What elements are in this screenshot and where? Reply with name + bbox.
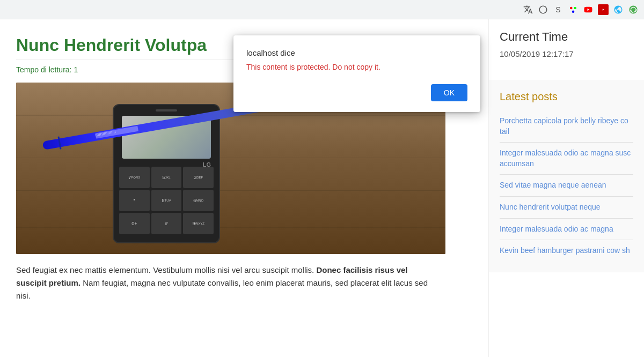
youtube2-icon[interactable] xyxy=(598,4,609,15)
settings-icon[interactable] xyxy=(538,4,548,15)
svg-point-3 xyxy=(570,6,573,9)
dialog-ok-button[interactable]: OK xyxy=(431,84,467,101)
svg-point-2 xyxy=(572,10,575,13)
color-icon[interactable] xyxy=(568,4,579,15)
dialog-box: localhost dice This content is protected… xyxy=(233,35,480,112)
translate-icon[interactable] xyxy=(523,4,533,15)
dialog-message: This content is protected. Do not copy i… xyxy=(246,63,467,71)
dialog-overlay: localhost dice This content is protected… xyxy=(0,19,644,357)
dialog-footer: OK xyxy=(246,84,467,101)
dialog-title: localhost dice xyxy=(246,48,467,57)
svg-point-1 xyxy=(574,6,577,9)
globe-icon[interactable] xyxy=(628,4,639,15)
youtube-icon[interactable] xyxy=(583,4,594,15)
droplet-icon[interactable] xyxy=(613,4,624,15)
browser-toolbar: S xyxy=(0,0,644,19)
extensions-icon[interactable]: S xyxy=(553,4,564,15)
page-layout: Nunc Hendrerit Volutpa Tempo di lettura:… xyxy=(0,19,644,357)
